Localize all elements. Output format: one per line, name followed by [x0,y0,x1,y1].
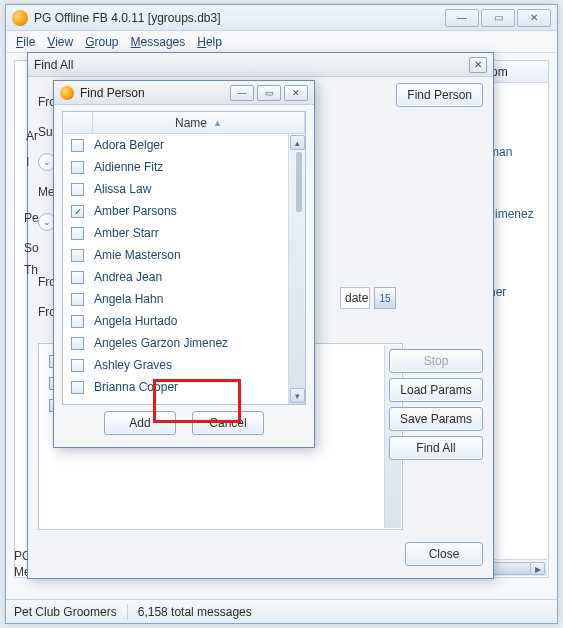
find-person-button[interactable]: Find Person [396,83,483,107]
menu-view[interactable]: View [47,35,73,49]
person-row[interactable]: Adora Belger [63,134,288,156]
calendar-icon[interactable]: 15 [374,287,396,309]
person-name: Aidienne Fitz [94,160,163,174]
close-button[interactable]: Close [405,542,483,566]
person-row[interactable]: Andrea Jean [63,266,288,288]
person-list-header[interactable]: Name ▲ [63,112,305,134]
person-row[interactable]: Angela Hahn [63,288,288,310]
stop-button[interactable]: Stop [389,349,483,373]
statusbar: Pet Club Groomers 6,158 total messages [6,599,557,623]
person-list-scrollbar[interactable]: ▴ ▾ [288,134,305,404]
label-th: Th [24,255,38,285]
person-name: Adora Belger [94,138,164,152]
label-pe: Pe [24,203,39,233]
app-icon [12,10,28,26]
menu-messages[interactable]: Messages [131,35,186,49]
scrollbar-thumb[interactable] [296,152,302,212]
person-row[interactable]: Ashley Graves [63,354,288,376]
titlebar[interactable]: PG Offline FB 4.0.11 [ygroups.db3] — ▭ ✕ [6,5,557,31]
person-checkbox[interactable] [71,359,84,372]
menubar: File View Group Messages Help [6,31,557,53]
person-name: Angela Hahn [94,292,163,306]
person-checkbox[interactable] [71,271,84,284]
status-separator [127,604,128,620]
person-name: Andrea Jean [94,270,162,284]
scroll-up-icon[interactable]: ▴ [290,135,305,150]
person-checkbox[interactable] [71,293,84,306]
label-subject: Su [38,117,53,147]
person-checkbox[interactable] [71,249,84,262]
person-name: Ashley Graves [94,358,172,372]
person-checkbox[interactable] [71,337,84,350]
fp-close-button[interactable]: ✕ [284,85,308,101]
person-row[interactable]: Amber Starr [63,222,288,244]
person-row[interactable]: Angeles Garzon Jimenez [63,332,288,354]
add-button[interactable]: Add [104,411,176,435]
scroll-down-icon[interactable]: ▾ [290,388,305,403]
person-name: Angela Hurtado [94,314,177,328]
person-name: Brianna Cooper [94,380,178,394]
window-title: PG Offline FB 4.0.11 [ygroups.db3] [34,11,221,25]
person-row[interactable]: ✓Amber Parsons [63,200,288,222]
person-checkbox[interactable] [71,139,84,152]
menu-group[interactable]: Group [85,35,118,49]
scroll-right-icon[interactable]: ▸ [530,562,545,575]
column-checkbox[interactable] [63,112,93,133]
person-checkbox[interactable] [71,381,84,394]
person-checkbox[interactable] [71,315,84,328]
person-checkbox[interactable]: ✓ [71,205,84,218]
person-checkbox[interactable] [71,183,84,196]
person-row[interactable]: Amie Masterson [63,244,288,266]
find-person-dialog: Find Person — ▭ ✕ Name ▲ Adora BelgerAid… [53,80,315,448]
save-params-button[interactable]: Save Params [389,407,483,431]
find-all-button[interactable]: Find All [389,436,483,460]
person-row[interactable]: Brianna Cooper [63,376,288,398]
load-params-button[interactable]: Load Params [389,378,483,402]
find-all-title: Find All [34,58,73,72]
person-row[interactable]: Alissa Law [63,178,288,200]
find-all-close-button[interactable]: ✕ [469,57,487,73]
fp-maximize-button[interactable]: ▭ [257,85,281,101]
label-in: I [26,147,29,177]
person-row[interactable]: Angela Hurtado [63,310,288,332]
find-all-titlebar[interactable]: Find All ✕ [28,53,493,77]
find-person-title: Find Person [80,86,145,100]
dialog-icon [60,86,74,100]
person-name: Alissa Law [94,182,151,196]
person-checkbox[interactable] [71,227,84,240]
person-name: Amber Starr [94,226,159,240]
menu-file[interactable]: File [16,35,35,49]
person-name: Amie Masterson [94,248,181,262]
to-date-input[interactable]: date [340,287,370,309]
sort-asc-icon: ▲ [213,118,222,128]
close-window-button[interactable]: ✕ [517,9,551,27]
person-checkbox[interactable] [71,161,84,174]
maximize-button[interactable]: ▭ [481,9,515,27]
fp-minimize-button[interactable]: — [230,85,254,101]
find-person-titlebar[interactable]: Find Person — ▭ ✕ [54,81,314,105]
person-row[interactable]: Aidienne Fitz [63,156,288,178]
menu-help[interactable]: Help [197,35,222,49]
status-count: 6,158 total messages [138,605,252,619]
minimize-button[interactable]: — [445,9,479,27]
list-item[interactable]: Jimenez [489,207,534,221]
person-name: Angeles Garzon Jimenez [94,336,228,350]
column-name[interactable]: Name ▲ [93,112,305,133]
status-group: Pet Club Groomers [14,605,117,619]
person-name: Amber Parsons [94,204,177,218]
person-list: Name ▲ Adora BelgerAidienne FitzAlissa L… [62,111,306,405]
cancel-button[interactable]: Cancel [192,411,264,435]
